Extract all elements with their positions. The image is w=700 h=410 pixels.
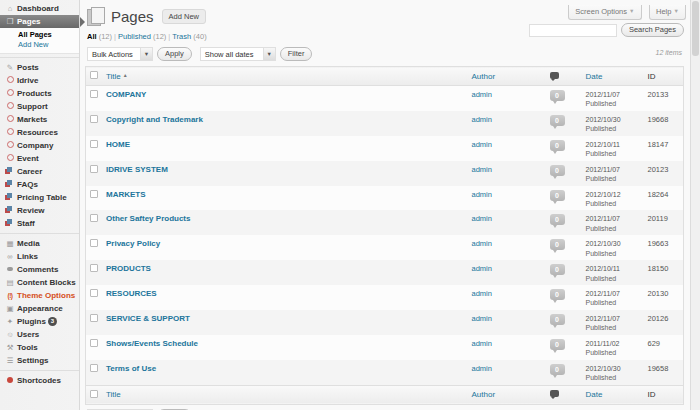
author-link[interactable]: admin [472, 214, 492, 223]
sidebar-item-links[interactable]: Links [0, 250, 79, 263]
vertical-scrollbar[interactable] [690, 0, 700, 410]
comment-count-bubble[interactable]: 0 [550, 264, 565, 275]
row-checkbox[interactable] [90, 314, 98, 322]
screen-options-tab[interactable]: Screen Options ▼ [568, 5, 641, 20]
sidebar-item-appearance[interactable]: Appearance [0, 302, 79, 315]
sidebar-item-theme-options[interactable]: Theme Options [0, 289, 79, 302]
comment-count-bubble[interactable]: 0 [550, 214, 565, 225]
sidebar-item-posts[interactable]: Posts [0, 61, 79, 74]
sidebar-item-users[interactable]: Users [0, 328, 79, 341]
author-link[interactable]: admin [472, 289, 492, 298]
sidebar-item-pricing-table[interactable]: Pricing Table [0, 191, 79, 204]
author-link[interactable]: admin [472, 314, 492, 323]
apply-button[interactable]: Apply [157, 47, 192, 61]
sidebar-item-markets[interactable]: Markets [0, 113, 79, 126]
row-checkbox[interactable] [90, 289, 98, 297]
help-tab[interactable]: Help ▼ [649, 5, 686, 20]
comment-count-bubble[interactable]: 0 [550, 115, 565, 126]
comment-count-bubble[interactable]: 0 [550, 190, 565, 201]
author-link[interactable]: admin [472, 115, 492, 124]
comment-count-bubble[interactable]: 0 [550, 90, 565, 101]
comment-count-bubble[interactable]: 0 [550, 165, 565, 176]
dates-filter-select[interactable]: Show all dates ▼ [200, 47, 276, 61]
author-link[interactable]: admin [472, 264, 492, 273]
page-title-link[interactable]: MARKETS [106, 190, 146, 199]
page-title-link[interactable]: SERVICE & SUPPORT [106, 314, 190, 323]
comment-count-bubble[interactable]: 0 [550, 140, 565, 151]
row-checkbox[interactable] [90, 264, 98, 272]
column-comments[interactable] [546, 67, 582, 86]
row-checkbox[interactable] [90, 214, 98, 222]
sidebar-item-media[interactable]: Media [0, 237, 79, 250]
page-title-link[interactable]: COMPANY [106, 90, 146, 99]
sidebar-item-shortcodes[interactable]: Shortcodes [0, 374, 79, 387]
sidebar-item-career[interactable]: Career [0, 165, 79, 178]
page-title-link[interactable]: Privacy Policy [106, 239, 160, 248]
sidebar-item-tools[interactable]: Tools [0, 341, 79, 354]
view-link-published[interactable]: Published [118, 32, 151, 41]
filter-button[interactable]: Filter [280, 47, 313, 61]
row-checkbox[interactable] [90, 190, 98, 198]
sidebar-item-staff[interactable]: Staff [0, 217, 79, 230]
row-checkbox[interactable] [90, 165, 98, 173]
sidebar-item-company[interactable]: Company [0, 139, 79, 152]
page-title-link[interactable]: Terms of Use [106, 364, 156, 373]
author-link[interactable]: admin [472, 339, 492, 348]
sidebar-item-plugins[interactable]: Plugins3 [0, 315, 79, 328]
row-checkbox[interactable] [90, 239, 98, 247]
comment-count-bubble[interactable]: 0 [550, 339, 565, 350]
row-checkbox[interactable] [90, 140, 98, 148]
page-title-link[interactable]: IDRIVE SYSTEM [106, 165, 168, 174]
search-pages-button[interactable]: Search Pages [621, 23, 684, 37]
page-title-link[interactable]: Other Saftey Products [106, 214, 190, 223]
sidebar-subitem-all-pages[interactable]: All Pages [0, 30, 79, 40]
column-comments[interactable] [546, 385, 582, 404]
sidebar-item-resources[interactable]: Resources [0, 126, 79, 139]
add-new-button[interactable]: Add New [162, 9, 206, 24]
sidebar-item-dashboard[interactable]: Dashboard [0, 2, 79, 15]
sidebar-item-pages[interactable]: Pages [0, 15, 79, 28]
sidebar-item-review[interactable]: Review [0, 204, 79, 217]
comment-count-bubble[interactable]: 0 [550, 314, 565, 325]
author-link[interactable]: admin [472, 90, 492, 99]
column-date[interactable]: Date [582, 385, 644, 404]
column-date[interactable]: Date [582, 67, 644, 86]
sidebar-item-event[interactable]: Event [0, 152, 79, 165]
column-author[interactable]: Author [468, 67, 546, 86]
sidebar-item-support[interactable]: Support [0, 100, 79, 113]
page-title-link[interactable]: Copyright and Trademark [106, 115, 203, 124]
row-checkbox[interactable] [90, 339, 98, 347]
sidebar-item-content-blocks[interactable]: Content Blocks [0, 276, 79, 289]
row-checkbox[interactable] [90, 364, 98, 372]
sidebar-item-idrive[interactable]: Idrive [0, 74, 79, 87]
column-title[interactable]: Title [102, 385, 468, 404]
author-link[interactable]: admin [472, 165, 492, 174]
column-author[interactable]: Author [468, 385, 546, 404]
author-link[interactable]: admin [472, 239, 492, 248]
sidebar-item-products[interactable]: Products [0, 87, 79, 100]
search-input[interactable] [529, 24, 617, 37]
comment-count-bubble[interactable]: 0 [550, 289, 565, 300]
comment-count-bubble[interactable]: 0 [550, 239, 565, 250]
sidebar-subitem-add-new[interactable]: Add New [0, 40, 79, 50]
column-title[interactable]: Title▲ [102, 67, 468, 86]
author-link[interactable]: admin [472, 140, 492, 149]
sidebar-item-settings[interactable]: Settings [0, 354, 79, 367]
author-link[interactable]: admin [472, 190, 492, 199]
row-checkbox[interactable] [90, 90, 98, 98]
sidebar-item-comments[interactable]: Comments [0, 263, 79, 276]
page-title-link[interactable]: Shows/Events Schedule [106, 339, 198, 348]
page-title-link[interactable]: RESOURCES [106, 289, 157, 298]
author-link[interactable]: admin [472, 364, 492, 373]
view-link-trash[interactable]: Trash [172, 32, 191, 41]
sidebar-item-faqs[interactable]: FAQs [0, 178, 79, 191]
select-all-checkbox[interactable] [90, 71, 98, 79]
page-title-link[interactable]: HOME [106, 140, 130, 149]
view-link-all[interactable]: All [87, 32, 97, 41]
row-checkbox[interactable] [90, 115, 98, 123]
comment-count-bubble[interactable]: 0 [550, 364, 565, 375]
select-all-checkbox[interactable] [90, 390, 98, 398]
bulk-actions-select[interactable]: Bulk Actions ▼ [87, 47, 153, 61]
page-title-link[interactable]: PRODUCTS [106, 264, 151, 273]
scrollbar-thumb[interactable] [692, 1, 699, 56]
